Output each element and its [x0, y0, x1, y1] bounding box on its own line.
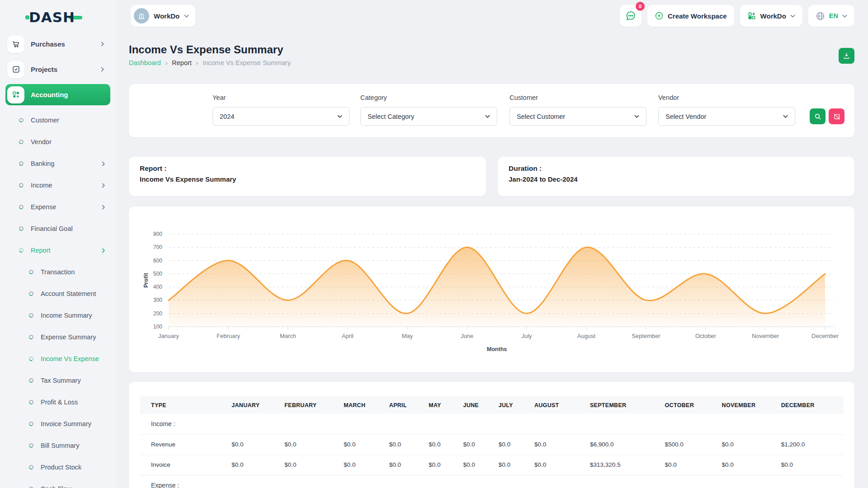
chevron-down-icon — [184, 14, 189, 19]
download-button[interactable] — [839, 48, 854, 64]
chevron-down-icon — [337, 114, 342, 119]
sidebar-item-banking[interactable]: Banking — [0, 153, 116, 174]
sidebar-item-label: Banking — [31, 160, 101, 167]
cell-value: $0.0 — [429, 434, 463, 455]
language-selector[interactable]: EN — [808, 5, 854, 27]
svg-text:June: June — [461, 333, 473, 339]
sidebar-item-label: Product Stock — [41, 464, 106, 471]
cell-value: $0.0 — [781, 455, 844, 475]
sidebar-item-purchases[interactable]: Purchases — [5, 33, 110, 55]
chevron-right-icon — [101, 248, 106, 253]
cell-value: $0.0 — [499, 455, 534, 475]
cell-value: $0.0 — [429, 455, 463, 475]
cell-value: $0.0 — [722, 455, 781, 475]
sidebar-menu: Purchases Projects Accounting Customer V… — [0, 33, 116, 488]
sidebar-item-label: Income — [31, 182, 101, 189]
customer-select[interactable]: Select Customer — [509, 107, 646, 126]
sidebar-item-projects[interactable]: Projects — [5, 59, 110, 80]
chevron-right-icon — [101, 183, 106, 188]
svg-text:December: December — [811, 333, 839, 339]
workspace-switcher[interactable]: WorkDo — [131, 5, 195, 27]
group-row-expense: Expense : — [140, 475, 844, 488]
sidebar-item-bill-summary[interactable]: Bill Summary — [0, 435, 116, 456]
table-header: TYPEJANUARYFEBRUARYMARCHAPRILMAYJUNEJULY… — [140, 396, 844, 414]
sidebar-item-label: Invoice Summary — [41, 420, 106, 427]
cell-value: $1,200.0 — [781, 434, 844, 455]
sidebar-item-income[interactable]: Income — [0, 174, 116, 196]
filter-category: Category Select Category — [360, 94, 497, 126]
chat-bubble-icon — [625, 10, 636, 21]
bullet-icon — [19, 248, 24, 253]
filter-year: Year 2024 — [212, 94, 349, 126]
sidebar-item-invoice-summary[interactable]: Invoice Summary — [0, 413, 116, 435]
svg-text:April: April — [342, 333, 354, 339]
sidebar-item-account-statement[interactable]: Account Statement — [0, 283, 116, 305]
sidebar-item-transaction[interactable]: Transaction — [0, 261, 116, 283]
category-select[interactable]: Select Category — [360, 107, 497, 126]
sidebar-item-cash-flow[interactable]: Cash Flow — [0, 478, 116, 488]
svg-text:January: January — [158, 333, 179, 339]
apply-filter-button[interactable] — [810, 108, 826, 124]
cell-value: $0.0 — [499, 434, 534, 455]
sidebar-item-expense[interactable]: Expense — [0, 196, 116, 218]
sidebar-item-product-stock[interactable]: Product Stock — [0, 456, 116, 478]
create-workspace-button[interactable]: Create Workspace — [647, 5, 734, 27]
svg-text:800: 800 — [153, 231, 162, 237]
row-type: Revenue — [140, 434, 231, 455]
column-header-august: AUGUST — [534, 396, 590, 414]
sidebar-item-tax-summary[interactable]: Tax Summary — [0, 370, 116, 391]
messages-button[interactable]: 0 — [620, 5, 642, 27]
app-logo[interactable]: DASH — [29, 9, 82, 25]
sidebar-item-income-vs-expense[interactable]: Income Vs Expense — [0, 348, 116, 370]
sidebar-item-label: Transaction — [41, 268, 106, 276]
column-header-june: JUNE — [463, 396, 498, 414]
tasks-icon — [7, 61, 24, 78]
sidebar-item-label: Tax Summary — [41, 377, 106, 384]
logo-text: DASH — [29, 9, 75, 25]
sidebar-item-label: Income Summary — [41, 312, 106, 319]
sidebar-item-expense-summary[interactable]: Expense Summary — [0, 326, 116, 348]
report-summary-card: Report : Income Vs Expense Summary — [129, 157, 486, 196]
year-select[interactable]: 2024 — [212, 107, 349, 126]
page-title: Income Vs Expense Summary — [129, 43, 283, 56]
building-icon — [137, 12, 146, 20]
summary-table-card: TYPEJANUARYFEBRUARYMARCHAPRILMAYJUNEJULY… — [129, 382, 854, 488]
vendor-select[interactable]: Select Vendor — [658, 107, 795, 126]
workdo-menu-label: WorkDo — [760, 12, 786, 20]
bullet-icon — [28, 421, 34, 427]
sidebar-item-income-summary[interactable]: Income Summary — [0, 305, 116, 326]
sidebar: DASH Purchases Projects Accounting Custo… — [0, 0, 116, 488]
sidebar-item-report[interactable]: Report — [0, 239, 116, 261]
year-value: 2024 — [220, 113, 234, 120]
report-value: Income Vs Expense Summary — [140, 175, 475, 183]
sidebar-item-customer[interactable]: Customer — [0, 109, 116, 131]
cart-icon — [7, 36, 24, 53]
sidebar-item-vendor[interactable]: Vendor — [0, 131, 116, 153]
column-header-february: FEBRUARY — [284, 396, 344, 414]
bullet-icon — [28, 465, 34, 470]
bullet-icon — [19, 226, 24, 232]
breadcrumb-report[interactable]: Report — [172, 59, 192, 66]
column-header-april: APRIL — [389, 396, 429, 414]
svg-text:600: 600 — [153, 258, 162, 264]
table-row-invoice: Invoice$0.0$0.0$0.0$0.0$0.0$0.0$0.0$0.0$… — [140, 455, 844, 475]
sidebar-item-label: Purchases — [31, 40, 100, 48]
income-vs-expense-chart: 100200300400500600700800JanuaryFebruaryM… — [140, 211, 844, 368]
sidebar-item-label: Account Statement — [41, 290, 106, 297]
chevron-down-icon — [100, 92, 105, 97]
sidebar-item-label: Accounting — [31, 91, 100, 99]
svg-text:Profit: Profit — [143, 272, 149, 287]
sidebar-item-profit-loss[interactable]: Profit & Loss — [0, 391, 116, 413]
svg-text:August: August — [577, 333, 596, 339]
group-row-income: Income : — [140, 414, 844, 434]
breadcrumb-dashboard[interactable]: Dashboard — [129, 59, 161, 66]
cell-value: $0.0 — [284, 455, 344, 475]
sidebar-item-accounting[interactable]: Accounting — [5, 84, 110, 105]
table-row-revenue: Revenue$0.0$0.0$0.0$0.0$0.0$0.0$0.0$0.0$… — [140, 434, 844, 455]
cell-value: $500.0 — [665, 434, 722, 455]
sidebar-item-financial-goal[interactable]: Financial Goal — [0, 218, 116, 239]
clear-filter-button[interactable] — [829, 108, 844, 124]
workdo-menu-button[interactable]: WorkDo — [740, 5, 802, 27]
breadcrumb-separator: › — [165, 60, 167, 66]
profit-chart-card: 100200300400500600700800JanuaryFebruaryM… — [129, 206, 854, 372]
